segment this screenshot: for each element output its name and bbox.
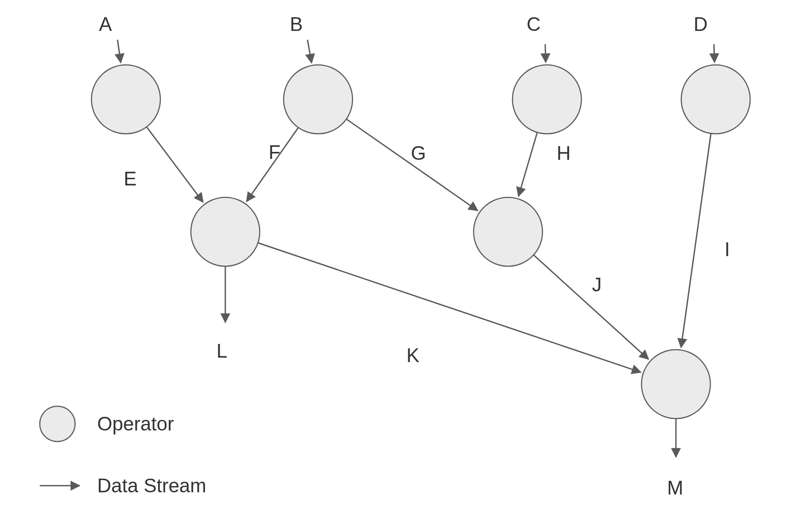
edge-label-b: B [290, 13, 303, 35]
edge-label-a: A [99, 13, 112, 35]
operator-node-n7 [641, 350, 710, 419]
edge-a [118, 40, 121, 63]
operator-node-n5 [191, 197, 260, 266]
edge-j [534, 255, 649, 359]
edge-label-c: C [527, 13, 541, 35]
edge-label-j: J [592, 274, 602, 295]
operator-node-n2 [284, 65, 353, 134]
edge-label-d: D [694, 13, 708, 35]
edge-i [681, 133, 711, 347]
edge-k [258, 243, 641, 372]
legend-operator-label: Operator [97, 413, 174, 434]
edge-label-k: K [406, 344, 419, 366]
edge-h [519, 132, 537, 196]
legend-operator-icon [40, 406, 75, 442]
edge-label-h: H [557, 142, 571, 164]
legend-stream-label: Data Stream [97, 475, 206, 496]
edge-b [307, 40, 311, 63]
edge-f [247, 128, 298, 201]
operator-node-n1 [91, 65, 160, 134]
operator-node-n6 [474, 197, 543, 266]
edge-c [545, 44, 546, 62]
edge-label-m: M [667, 477, 683, 498]
edge-label-e: E [124, 168, 137, 189]
operator-node-n3 [512, 65, 581, 134]
edge-label-l: L [216, 340, 227, 362]
edge-g [346, 119, 478, 211]
edge-e [147, 127, 203, 202]
edge-label-f: F [269, 141, 281, 163]
edge-label-i: I [725, 238, 730, 260]
edge-d [714, 44, 714, 62]
operator-node-n4 [681, 65, 750, 134]
operator-diagram: ABCDEFGHIJKLM OperatorData Stream [0, 0, 812, 521]
edge-label-g: G [411, 142, 426, 164]
